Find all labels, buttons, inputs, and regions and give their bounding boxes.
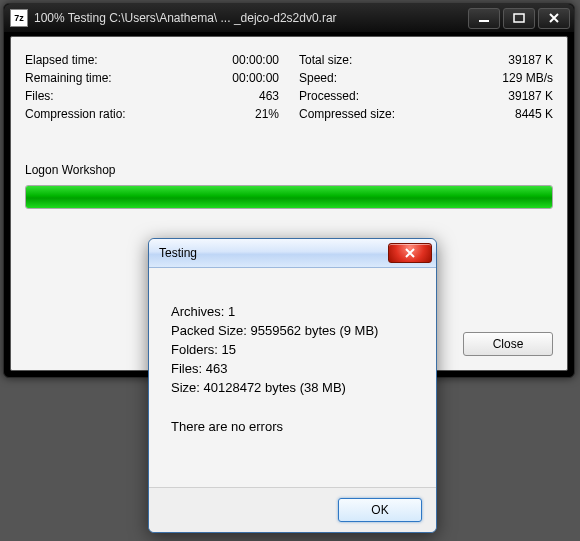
titlebar[interactable]: 7z 100% Testing C:\Users\Anathema\ ... _…	[4, 4, 574, 32]
dialog-body: Archives: 1 Packed Size: 9559562 bytes (…	[149, 268, 436, 446]
stat-label: Remaining time:	[25, 69, 112, 87]
close-icon	[548, 13, 560, 23]
result-status: There are no errors	[171, 417, 414, 436]
close-window-button[interactable]	[538, 8, 570, 29]
result-archives: Archives: 1	[171, 302, 414, 321]
app-icon: 7z	[10, 9, 28, 27]
stat-value: 21%	[255, 105, 279, 123]
result-files: Files: 463	[171, 359, 414, 378]
stat-compression-ratio: Compression ratio: 21%	[25, 105, 279, 123]
result-packed-size: Packed Size: 9559562 bytes (9 MB)	[171, 321, 414, 340]
maximize-button[interactable]	[503, 8, 535, 29]
stat-value: 8445 K	[515, 105, 553, 123]
stat-label: Speed:	[299, 69, 337, 87]
minimize-icon	[478, 13, 490, 23]
result-folders: Folders: 15	[171, 340, 414, 359]
dialog-close-button[interactable]	[388, 243, 432, 263]
minimize-button[interactable]	[468, 8, 500, 29]
stat-value: 00:00:00	[232, 69, 279, 87]
stat-label: Compression ratio:	[25, 105, 126, 123]
stat-value: 00:00:00	[232, 51, 279, 69]
stats-panel: Elapsed time: 00:00:00 Remaining time: 0…	[25, 51, 553, 123]
stat-files: Files: 463	[25, 87, 279, 105]
result-size: Size: 40128472 bytes (38 MB)	[171, 378, 414, 397]
progress-bar	[25, 185, 553, 209]
button-row: Close	[463, 332, 553, 356]
stats-right-column: Total size: 39187 K Speed: 129 MB/s Proc…	[299, 51, 553, 123]
close-icon	[403, 248, 417, 258]
current-file-label: Logon Workshop	[25, 163, 553, 177]
stats-left-column: Elapsed time: 00:00:00 Remaining time: 0…	[25, 51, 279, 123]
stat-value: 39187 K	[508, 87, 553, 105]
stat-label: Elapsed time:	[25, 51, 98, 69]
maximize-icon	[513, 13, 525, 23]
svg-rect-1	[514, 14, 524, 22]
close-button[interactable]: Close	[463, 332, 553, 356]
stat-value: 463	[259, 87, 279, 105]
stat-elapsed-time: Elapsed time: 00:00:00	[25, 51, 279, 69]
stat-speed: Speed: 129 MB/s	[299, 69, 553, 87]
stat-value: 129 MB/s	[502, 69, 553, 87]
stat-value: 39187 K	[508, 51, 553, 69]
stat-compressed-size: Compressed size: 8445 K	[299, 105, 553, 123]
stat-label: Files:	[25, 87, 54, 105]
dialog-footer: OK	[149, 487, 436, 532]
ok-button[interactable]: OK	[338, 498, 422, 522]
stat-label: Total size:	[299, 51, 352, 69]
progress-fill	[26, 186, 552, 208]
stat-total-size: Total size: 39187 K	[299, 51, 553, 69]
window-title: 100% Testing C:\Users\Anathema\ ... _dej…	[34, 11, 468, 25]
window-buttons	[468, 8, 570, 29]
dialog-titlebar[interactable]: Testing	[149, 239, 436, 268]
stat-label: Compressed size:	[299, 105, 395, 123]
testing-dialog: Testing Archives: 1 Packed Size: 9559562…	[148, 238, 437, 533]
svg-rect-0	[479, 20, 489, 22]
dialog-title: Testing	[159, 246, 388, 260]
stat-processed: Processed: 39187 K	[299, 87, 553, 105]
stat-remaining-time: Remaining time: 00:00:00	[25, 69, 279, 87]
stat-label: Processed:	[299, 87, 359, 105]
